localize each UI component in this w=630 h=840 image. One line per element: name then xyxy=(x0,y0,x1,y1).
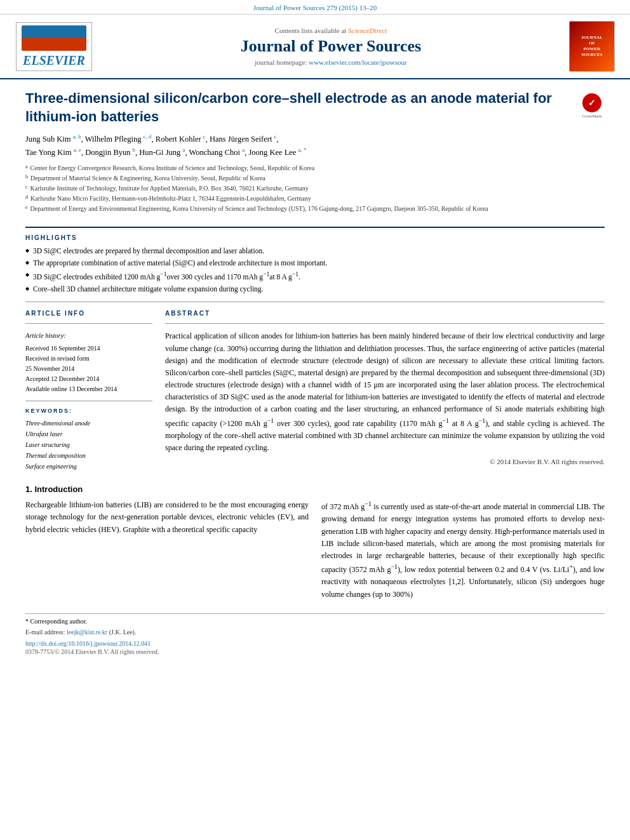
highlights-list: 3D Si@C electrodes are prepared by therm… xyxy=(25,245,605,296)
crossmark-icon: ✓ xyxy=(582,93,601,112)
intro-text-left: Rechargeable lithium-ion batteries (LIB)… xyxy=(25,499,309,536)
elsevier-box: ELSEVIER xyxy=(16,22,92,71)
journal-homepage-line: journal homepage: www.elsevier.com/locat… xyxy=(103,58,559,66)
intro-col-right: of 372 mAh g−1 is currently used as stat… xyxy=(321,499,605,601)
authors: Jung Sub Kim a, b, Wilhelm Pfleging c, d… xyxy=(25,132,573,159)
title-row: Three-dimensional silicon/carbon core–sh… xyxy=(25,90,605,220)
highlights-label: HIGHLIGHTS xyxy=(25,234,605,241)
journal-logo-text: JOURNALOFPOWERSOURCES xyxy=(581,35,603,58)
keywords-label: Keywords: xyxy=(25,408,152,414)
elsevier-logo-area: ELSEVIER xyxy=(13,22,95,71)
crossmark-badge[interactable]: ✓ CrossMark xyxy=(579,93,605,119)
crossmark-label: CrossMark xyxy=(582,114,601,119)
copyright-line: © 2014 Elsevier B.V. All rights reserved… xyxy=(165,458,605,465)
sciencedirect-line: Contents lists available at ScienceDirec… xyxy=(103,27,559,34)
journal-header: ELSEVIER Contents lists available at Sci… xyxy=(0,15,630,79)
affiliations: a Center for Energy Convergence Research… xyxy=(25,163,573,214)
introduction-section: 1. Introduction Rechargeable lithium-ion… xyxy=(25,484,605,601)
received-date: Received 16 September 2014 xyxy=(25,343,152,354)
highlight-item: The appropriate combination of active ma… xyxy=(25,257,605,269)
keywords-list: Three-dimensional anode Ultrafast laser … xyxy=(25,418,152,472)
elsevier-logo-text: ELSEVIER xyxy=(22,53,86,68)
journal-citation-text: Journal of Power Sources 279 (2015) 13–2… xyxy=(253,4,377,11)
available-date: Available online 13 December 2014 xyxy=(25,384,152,394)
journal-logo-area: JOURNALOFPOWERSOURCES xyxy=(566,21,617,72)
email-footnote: E-mail address: leejk@kist.re.kr (J.K. L… xyxy=(25,627,605,637)
doi-line[interactable]: http://dx.doi.org/10.1016/j.jpowsour.201… xyxy=(25,640,605,647)
divider-thick xyxy=(25,227,605,228)
article-title: Three-dimensional silicon/carbon core–sh… xyxy=(25,90,573,126)
sciencedirect-link[interactable]: ScienceDirect xyxy=(348,27,387,34)
highlight-item: 3D Si@C electrodes are prepared by therm… xyxy=(25,245,605,257)
received-revised-label: Received in revised form xyxy=(25,354,152,364)
email-link[interactable]: leejk@kist.re.kr xyxy=(67,629,107,636)
abstract-column: ABSTRACT Practical application of silico… xyxy=(165,310,605,472)
footer-area: * Corresponding author. E-mail address: … xyxy=(25,613,605,655)
corresponding-note: * Corresponding author. xyxy=(25,618,605,625)
journal-title: Journal of Power Sources xyxy=(103,37,559,56)
issn-line: 0378-7753/© 2014 Elsevier B.V. All right… xyxy=(25,648,605,655)
journal-citation-bar: Journal of Power Sources 279 (2015) 13–2… xyxy=(0,0,630,15)
highlight-item: 3D Si@C electrodes exhibited 1200 mAh g−… xyxy=(25,269,605,283)
divider xyxy=(165,323,605,324)
received-revised-date: 25 November 2014 xyxy=(25,364,152,374)
info-abstract-section: ARTICLE INFO Article history: Received 1… xyxy=(25,310,605,472)
abstract-label: ABSTRACT xyxy=(165,310,605,317)
journal-header-center: Contents lists available at ScienceDirec… xyxy=(103,27,559,66)
highlight-item: Core–shell 3D channel architecture mitig… xyxy=(25,283,605,295)
introduction-columns: Rechargeable lithium-ion batteries (LIB)… xyxy=(25,499,605,601)
introduction-heading: 1. Introduction xyxy=(25,484,605,494)
accepted-date: Accepted 12 December 2014 xyxy=(25,374,152,384)
divider xyxy=(25,323,152,324)
history-label: Article history: xyxy=(25,330,152,342)
article-info-label: ARTICLE INFO xyxy=(25,310,152,317)
divider xyxy=(25,401,152,401)
main-content: Three-dimensional silicon/carbon core–sh… xyxy=(0,79,630,668)
journal-logo: JOURNALOFPOWERSOURCES xyxy=(569,21,615,72)
keywords-section: Keywords: Three-dimensional anode Ultraf… xyxy=(25,408,152,472)
divider xyxy=(25,302,605,302)
journal-homepage-link[interactable]: www.elsevier.com/locate/jpowsour xyxy=(309,58,406,66)
article-history: Article history: Received 16 September 2… xyxy=(25,330,152,394)
abstract-text: Practical application of silicon anodes … xyxy=(165,330,605,454)
article-info-column: ARTICLE INFO Article history: Received 1… xyxy=(25,310,152,472)
intro-col-left: Rechargeable lithium-ion batteries (LIB)… xyxy=(25,499,309,601)
intro-text-right: of 372 mAh g−1 is currently used as stat… xyxy=(321,499,605,601)
